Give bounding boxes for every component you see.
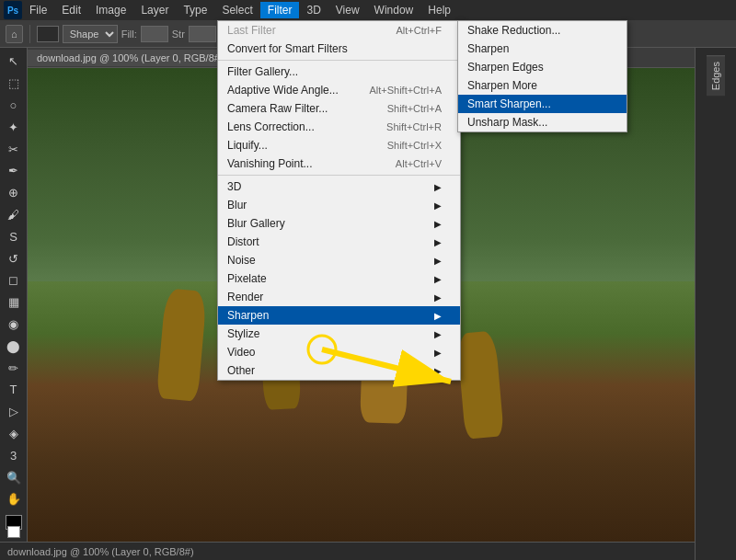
menu-video[interactable]: Video ▶: [218, 343, 460, 361]
menu-liquify[interactable]: Liquify... Shift+Ctrl+X: [218, 136, 460, 154]
menu-stylize[interactable]: Stylize ▶: [218, 325, 460, 343]
menu-filter-gallery[interactable]: Filter Gallery...: [218, 63, 460, 81]
other-arrow: ▶: [434, 366, 442, 376]
tool-rectangle-select[interactable]: ⬚: [3, 74, 25, 94]
liquify-label: Liquify...: [227, 139, 268, 152]
tool-clone-stamp[interactable]: S: [3, 226, 25, 246]
lens-correction-label: Lens Correction...: [227, 120, 315, 133]
submenu-smart-sharpen[interactable]: Smart Sharpen...: [458, 95, 627, 113]
menu-vanishing-point[interactable]: Vanishing Point... Alt+Ctrl+V: [218, 154, 460, 173]
tool-move[interactable]: ↖: [3, 51, 25, 72]
tool-text[interactable]: T: [3, 380, 25, 400]
menu-view[interactable]: View: [328, 2, 367, 18]
menu-last-filter[interactable]: Last Filter Alt+Ctrl+F: [218, 21, 460, 40]
tool-zoom[interactable]: 🔍: [3, 467, 25, 487]
menu-type[interactable]: Type: [176, 2, 214, 18]
menu-sharpen[interactable]: Sharpen ▶: [218, 306, 460, 325]
lens-correction-shortcut: Shift+Ctrl+R: [386, 121, 442, 132]
tool-crop[interactable]: ✂: [3, 139, 25, 159]
menu-other[interactable]: Other ▶: [218, 361, 460, 380]
menubar: Ps File Edit Image Layer Type Select Fil…: [0, 0, 736, 20]
3d-label: 3D: [227, 180, 241, 193]
tool-3d[interactable]: 3: [3, 445, 25, 465]
convert-smart-label: Convert for Smart Filters: [227, 42, 348, 55]
menu-edit[interactable]: Edit: [54, 2, 88, 18]
menu-3d[interactable]: 3D: [299, 2, 328, 18]
filter-gallery-label: Filter Gallery...: [227, 65, 298, 78]
blur-gallery-arrow: ▶: [434, 219, 442, 229]
vanishing-point-label: Vanishing Point...: [227, 157, 313, 170]
divider-1: [218, 60, 460, 61]
blur-gallery-label: Blur Gallery: [227, 217, 285, 230]
stylize-arrow: ▶: [434, 329, 442, 339]
tool-magic-wand[interactable]: ✦: [3, 117, 25, 137]
noise-arrow: ▶: [434, 256, 442, 266]
tool-path-select[interactable]: ▷: [3, 402, 25, 422]
fill-swatch[interactable]: [141, 26, 168, 42]
menu-convert-smart[interactable]: Convert for Smart Filters: [218, 40, 460, 58]
submenu-sharpen-edges[interactable]: Sharpen Edges: [458, 58, 627, 76]
tool-pen[interactable]: ✏: [3, 358, 25, 378]
background-color[interactable]: [7, 526, 20, 538]
menu-filter[interactable]: Filter: [260, 2, 300, 18]
menu-layer[interactable]: Layer: [133, 2, 176, 18]
tool-lasso[interactable]: ○: [3, 96, 25, 116]
menu-window[interactable]: Window: [367, 2, 421, 18]
camera-raw-shortcut: Shift+Ctrl+A: [387, 103, 442, 114]
menu-help[interactable]: Help: [420, 2, 458, 18]
menu-file[interactable]: File: [22, 2, 54, 18]
tool-eyedropper[interactable]: ✒: [3, 161, 25, 181]
vanishing-point-shortcut: Alt+Ctrl+V: [396, 158, 442, 169]
sharpen-only-label: Sharpen: [467, 42, 509, 55]
menu-noise[interactable]: Noise ▶: [218, 251, 460, 269]
tool-spot-heal[interactable]: ⊕: [3, 183, 25, 203]
render-arrow: ▶: [434, 292, 442, 303]
menu-3d[interactable]: 3D ▶: [218, 177, 460, 196]
home-button[interactable]: ⌂: [6, 25, 23, 43]
divider-2: [218, 175, 460, 176]
menu-pixelate[interactable]: Pixelate ▶: [218, 269, 460, 288]
menu-render[interactable]: Render ▶: [218, 288, 460, 306]
stroke-swatch[interactable]: [189, 26, 216, 42]
document-tab[interactable]: download.jpg @ 100% (Layer 0, RGB/8#): [28, 50, 234, 66]
tool-history-brush[interactable]: ↺: [3, 248, 25, 269]
pixelate-label: Pixelate: [227, 272, 267, 285]
tool-brush[interactable]: 🖌: [3, 205, 25, 225]
menu-adaptive-wide[interactable]: Adaptive Wide Angle... Alt+Shift+Ctrl+A: [218, 81, 460, 99]
menu-image[interactable]: Image: [88, 2, 133, 18]
tool-shape[interactable]: ◈: [3, 424, 25, 444]
tool-hand[interactable]: ✋: [3, 489, 25, 509]
tool-eraser[interactable]: ◻: [3, 270, 25, 291]
menu-blur-gallery[interactable]: Blur Gallery ▶: [218, 214, 460, 233]
menu-lens-correction[interactable]: Lens Correction... Shift+Ctrl+R: [218, 118, 460, 136]
fill-label: Fill:: [121, 29, 137, 40]
ps-logo: Ps: [4, 1, 22, 19]
submenu-sharpen[interactable]: Sharpen: [458, 40, 627, 58]
submenu-sharpen-more[interactable]: Sharpen More: [458, 76, 627, 95]
last-filter-shortcut: Alt+Ctrl+F: [396, 25, 442, 36]
sharpen-label: Sharpen: [227, 309, 269, 322]
noise-label: Noise: [227, 254, 256, 267]
menu-blur[interactable]: Blur ▶: [218, 196, 460, 214]
submenu-unsharp-mask[interactable]: Unsharp Mask...: [458, 113, 627, 131]
menu-camera-raw[interactable]: Camera Raw Filter... Shift+Ctrl+A: [218, 99, 460, 118]
shape-select[interactable]: Shape: [63, 25, 118, 43]
edges-panel-tab[interactable]: Edges: [707, 55, 725, 96]
blur-label: Blur: [227, 199, 247, 211]
sharpen-more-label: Sharpen More: [467, 79, 537, 92]
menu-select[interactable]: Select: [214, 2, 259, 18]
video-label: Video: [227, 346, 255, 359]
shake-reduction-label: Shake Reduction...: [467, 24, 560, 37]
liquify-shortcut: Shift+Ctrl+X: [387, 140, 442, 151]
submenu-shake-reduction[interactable]: Shake Reduction...: [458, 21, 627, 40]
adaptive-wide-shortcut: Alt+Shift+Ctrl+A: [369, 85, 442, 96]
tool-dodge[interactable]: ⬤: [3, 336, 25, 356]
distort-arrow: ▶: [434, 237, 442, 247]
blur-arrow: ▶: [434, 200, 442, 211]
menu-distort[interactable]: Distort ▶: [218, 233, 460, 251]
tool-gradient[interactable]: ▦: [3, 292, 25, 313]
adaptive-wide-label: Adaptive Wide Angle...: [227, 84, 339, 97]
stroke-label: Str: [172, 29, 185, 40]
tool-blur[interactable]: ◉: [3, 314, 25, 335]
other-label: Other: [227, 364, 255, 377]
